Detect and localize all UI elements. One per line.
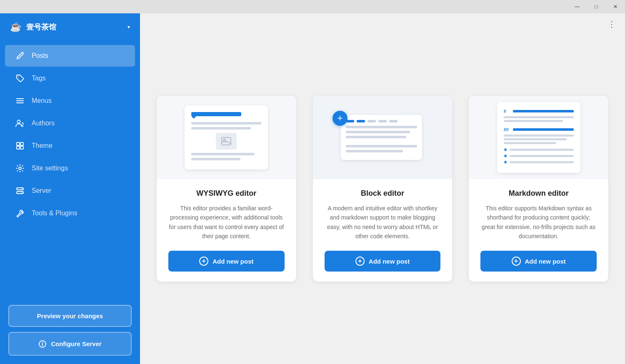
block-dot-2 — [357, 120, 365, 122]
menu-icon — [15, 96, 25, 106]
wysiwyg-image-placeholder — [216, 133, 237, 150]
block-illustration: + — [313, 96, 452, 179]
md-line-4 — [504, 138, 567, 140]
sidebar-item-site-settings[interactable]: Site settings — [5, 157, 135, 179]
sidebar-dropdown-icon[interactable]: ▾ — [128, 24, 130, 30]
cards-container: WYSIWYG editor This editor provides a fa… — [157, 96, 608, 282]
main-content: ⋮ — [140, 13, 625, 364]
wysiwyg-add-post-button[interactable]: + Add new post — [168, 251, 285, 272]
block-add-label: Add new post — [369, 258, 410, 265]
block-dot-4 — [378, 120, 387, 122]
wysiwyg-line-4 — [191, 158, 240, 160]
md-bullet-2: ✱ — [504, 154, 574, 158]
minimize-button[interactable]: — — [568, 0, 587, 13]
sidebar: ☕ 壹号茶馆 ▾ Posts — [0, 13, 140, 364]
svg-rect-8 — [20, 146, 23, 149]
sidebar-item-menus[interactable]: Menus — [5, 90, 135, 112]
configure-server-label: Configure Server — [51, 340, 102, 347]
svg-rect-7 — [17, 146, 20, 149]
sidebar-title: 壹号茶馆 — [26, 22, 122, 32]
sidebar-footer: Preview your changes Configure Server — [0, 298, 140, 364]
svg-rect-5 — [17, 142, 20, 145]
svg-point-12 — [22, 189, 22, 189]
wysiwyg-title: WYSIWYG editor — [196, 189, 256, 198]
md-line-2 — [504, 120, 563, 122]
posts-label: Posts — [32, 52, 48, 60]
wysiwyg-add-icon: + — [199, 257, 208, 266]
settings-icon — [15, 163, 25, 173]
close-button[interactable]: ✕ — [606, 0, 625, 13]
md-line-5 — [504, 142, 556, 144]
wysiwyg-description: This editor provides a familiar word-pro… — [168, 204, 285, 241]
md-bullet-3: ✱ — [504, 160, 574, 165]
wysiwyg-illustration — [157, 96, 296, 179]
three-dot-menu[interactable]: ⋮ — [608, 20, 617, 28]
sidebar-item-tags[interactable]: Tags — [5, 67, 135, 89]
block-line-5 — [346, 150, 403, 152]
menus-label: Menus — [32, 97, 52, 105]
svg-point-9 — [19, 167, 21, 170]
markdown-title: Markdown editor — [509, 189, 569, 198]
markdown-add-icon: + — [512, 257, 521, 266]
wysiwyg-line-3 — [191, 153, 254, 155]
block-dot-5 — [389, 120, 398, 122]
block-dot-3 — [368, 120, 376, 122]
svg-rect-6 — [20, 142, 23, 145]
block-header-dots — [346, 120, 417, 122]
markdown-card: # ## — [469, 96, 608, 282]
wysiwyg-add-label: Add new post — [212, 258, 253, 265]
sidebar-item-theme[interactable]: Theme — [5, 135, 135, 157]
markdown-card-body: Markdown editor This editor supports Mar… — [469, 179, 608, 282]
sidebar-item-server[interactable]: Server — [5, 180, 135, 202]
tags-label: Tags — [32, 75, 46, 82]
md-line-1 — [504, 116, 574, 118]
titlebar: — □ ✕ — [0, 0, 625, 13]
sidebar-item-posts[interactable]: Posts — [5, 45, 135, 67]
block-card-body: Block editor A modern and intuitive edit… — [313, 179, 452, 282]
sidebar-header: ☕ 壹号茶馆 ▾ — [0, 13, 140, 41]
authors-label: Authors — [32, 120, 55, 127]
tools-plugins-label: Tools & Plugins — [32, 209, 77, 217]
sidebar-logo-icon: ☕ — [10, 22, 21, 32]
block-plus-icon: + — [332, 111, 348, 126]
preview-changes-label: Preview your changes — [37, 312, 103, 319]
sidebar-nav: Posts Tags — [0, 41, 140, 298]
block-description: A modern and intuitive editor with short… — [325, 204, 441, 241]
wysiwyg-card: WYSIWYG editor This editor provides a fa… — [157, 96, 296, 282]
tag-icon — [15, 73, 25, 83]
configure-server-button[interactable]: Configure Server — [8, 332, 132, 356]
block-add-post-button[interactable]: + Add new post — [325, 251, 441, 272]
markdown-description: This editor supports Markdown syntax as … — [480, 204, 597, 241]
tools-icon — [15, 208, 25, 218]
app-container: ☕ 壹号茶馆 ▾ Posts — [0, 13, 625, 364]
svg-rect-17 — [222, 137, 231, 145]
theme-label: Theme — [32, 142, 52, 150]
markdown-add-post-button[interactable]: + Add new post — [480, 251, 597, 272]
block-mockup: + — [341, 115, 424, 160]
edit-icon — [15, 51, 25, 61]
preview-changes-button[interactable]: Preview your changes — [8, 305, 132, 327]
authors-icon — [15, 118, 25, 128]
server-icon — [15, 186, 25, 196]
wysiwyg-line-1 — [191, 122, 261, 125]
configure-server-icon — [38, 339, 47, 348]
site-settings-label: Site settings — [32, 165, 68, 172]
block-line-3 — [346, 136, 406, 138]
block-line-4 — [346, 145, 417, 147]
block-line-2 — [346, 131, 410, 133]
wysiwyg-mockup — [185, 105, 268, 170]
server-label: Server — [32, 187, 51, 194]
markdown-mockup: # ## — [497, 102, 580, 173]
svg-point-13 — [22, 192, 22, 193]
md-line-3 — [504, 135, 574, 137]
sidebar-item-authors[interactable]: Authors — [5, 112, 135, 134]
markdown-add-label: Add new post — [525, 258, 566, 265]
sidebar-item-tools-plugins[interactable]: Tools & Plugins — [5, 202, 135, 224]
theme-icon — [15, 141, 25, 151]
block-line-1 — [346, 126, 417, 128]
md-bullets: ✱ ✱ ✱ — [504, 147, 574, 165]
block-inner-card — [341, 115, 422, 160]
window-controls: — □ ✕ — [568, 0, 625, 13]
md-h1: # — [504, 109, 574, 114]
maximize-button[interactable]: □ — [587, 0, 606, 13]
